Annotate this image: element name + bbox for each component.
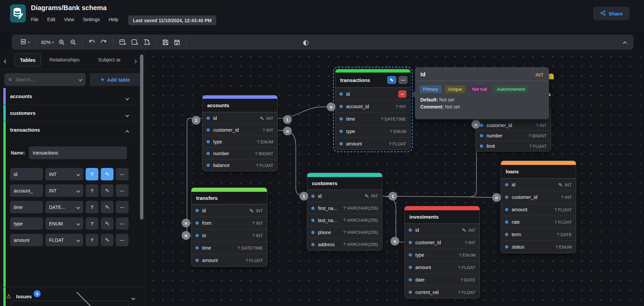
relationship-line[interactable] <box>278 130 307 196</box>
field-type-dropdown[interactable]: INT <box>45 184 83 197</box>
table-field-row[interactable]: amount? FLOAT <box>335 137 410 150</box>
table-title-row[interactable]: transfers <box>191 192 267 204</box>
table-field-row[interactable]: to? INT <box>191 229 267 242</box>
menu-settings[interactable]: Settings <box>83 17 100 22</box>
primary-key-button[interactable] <box>101 184 113 197</box>
table-field-row[interactable]: last_na...? VARCHAR(255) <box>307 214 382 226</box>
chevron-up-icon[interactable] <box>126 129 129 135</box>
tabs-scroll-right-button[interactable] <box>134 58 136 64</box>
table-field-row[interactable]: first_na...? VARCHAR(255) <box>307 202 382 214</box>
table-field-row[interactable]: customer_id? INT <box>501 191 576 203</box>
table-more-options-button[interactable]: ⋯ <box>399 76 408 84</box>
redo-button[interactable] <box>98 38 109 47</box>
diagram-canvas[interactable]: id INT customer_id? INT number? BIGINT l… <box>146 50 644 306</box>
field-name-input[interactable]: account_ <box>10 184 43 197</box>
primary-key-button[interactable] <box>101 234 113 246</box>
field-type-dropdown[interactable]: FLOAT <box>45 234 83 246</box>
share-button[interactable]: Share <box>593 7 630 20</box>
table-field-row[interactable]: balance? FLOAT <box>202 159 277 171</box>
field-type-dropdown[interactable]: ENUM <box>45 217 83 230</box>
diagram-table-transfers[interactable]: transfers id INT from? INT to? INT time?… <box>191 187 267 267</box>
table-field-row[interactable]: rate? FLOAT <box>501 216 576 228</box>
search-box[interactable] <box>4 73 86 86</box>
add-table-button[interactable] <box>117 37 129 47</box>
add-subject-area-button[interactable] <box>129 37 141 47</box>
table-field-row[interactable]: id INT <box>405 224 479 236</box>
menu-edit[interactable]: Edit <box>47 17 55 22</box>
table-field-row[interactable]: type? ENUM <box>405 249 479 261</box>
search-input[interactable] <box>15 77 76 82</box>
field-more-options-button[interactable]: ⋯ <box>116 184 129 197</box>
save-button[interactable] <box>160 38 171 47</box>
table-list-item[interactable]: accounts <box>0 88 139 105</box>
table-field-row[interactable]: customer_id? INT <box>405 236 479 249</box>
table-field-row[interactable]: type? ENUM <box>335 125 410 137</box>
zoom-in-button[interactable] <box>56 38 67 47</box>
table-field-row[interactable]: id− <box>335 88 410 100</box>
table-list-item[interactable]: customers <box>0 105 139 122</box>
diagram-table-accounts[interactable]: accounts id INT customer_id? INT type? E… <box>202 95 278 171</box>
edit-table-button[interactable]: ✎ <box>387 76 396 84</box>
field-name-input[interactable]: amount <box>10 234 43 246</box>
field-more-options-button[interactable]: ⋯ <box>116 201 129 213</box>
table-field-row[interactable]: amount? FLOAT <box>405 261 479 273</box>
nullable-toggle-button[interactable]: ? <box>86 234 98 246</box>
field-type-dropdown[interactable]: DATE... <box>45 201 83 213</box>
issues-footer[interactable]: ⚠ Issues 0 <box>0 287 145 306</box>
zoom-level-dropdown[interactable]: 82% ▾ <box>39 38 56 46</box>
undo-button[interactable] <box>86 38 98 47</box>
table-title-row[interactable]: transactions✎ ⋯ <box>335 73 410 88</box>
tab-subject-areas[interactable]: Subject ar <box>98 57 129 62</box>
tab-tables[interactable]: Tables <box>14 53 41 67</box>
field-type-dropdown[interactable]: INT <box>45 168 83 180</box>
field-more-options-button[interactable]: ⋯ <box>116 217 129 230</box>
table-field-row[interactable]: number? BIGINT <box>202 147 277 159</box>
field-more-options-button[interactable]: ⋯ <box>116 234 129 246</box>
diagram-table-investments[interactable]: investments id INT customer_id? INT type… <box>404 206 480 299</box>
table-field-row[interactable]: date? DATE <box>405 273 479 286</box>
menu-file[interactable]: File <box>31 17 39 22</box>
table-field-row[interactable]: number? BIGINT <box>476 130 551 141</box>
table-field-row[interactable]: address? VARCHAR(255) <box>307 238 382 250</box>
diagram-table-customers[interactable]: customers id INT first_na...? VARCHAR(25… <box>307 173 382 251</box>
table-field-row[interactable]: id INT <box>202 112 277 124</box>
table-field-row[interactable]: type? ENUM <box>202 136 277 147</box>
table-field-row[interactable]: id INT <box>191 204 267 217</box>
table-field-row[interactable]: customer_id? INT <box>476 120 551 130</box>
theme-toggle-button[interactable]: ◐ <box>301 37 311 48</box>
add-table-button-sidebar[interactable]: + Add table <box>90 73 141 86</box>
delete-field-button[interactable]: − <box>398 90 406 98</box>
diagram-table-loans[interactable]: loans id INT customer_id? INT amount? FL… <box>501 161 576 253</box>
table-field-row[interactable]: id INT <box>501 178 576 191</box>
table-list-item[interactable]: transactions <box>0 122 139 138</box>
table-field-row[interactable]: customer_id? INT <box>202 124 277 136</box>
field-more-options-button[interactable]: ⋯ <box>116 168 129 180</box>
table-field-row[interactable]: phone? VARCHAR(255) <box>307 226 382 238</box>
relationship-line[interactable] <box>382 196 405 242</box>
relationship-line[interactable] <box>382 196 501 198</box>
field-name-input[interactable]: type <box>10 217 43 230</box>
zoom-out-button[interactable] <box>67 38 79 47</box>
table-name-input[interactable] <box>29 146 127 159</box>
table-field-row[interactable]: amount? FLOAT <box>191 254 267 266</box>
chevron-down-icon[interactable] <box>79 78 82 81</box>
table-field-row[interactable]: account_id? INT <box>335 100 410 113</box>
nullable-toggle-button[interactable]: ? <box>86 201 98 213</box>
table-field-row[interactable]: id INT <box>307 190 382 202</box>
diagram-table-transactions[interactable]: transactions✎ ⋯ id− account_id? INT time… <box>335 69 411 150</box>
chevron-down-icon[interactable] <box>126 95 129 101</box>
nullable-toggle-button[interactable]: ? <box>86 217 98 230</box>
nullable-toggle-button[interactable]: ? <box>86 168 98 180</box>
table-field-row[interactable]: amount? FLOAT <box>501 203 576 216</box>
field-name-input[interactable]: time <box>10 201 43 213</box>
todo-calendar-button[interactable] <box>171 38 183 47</box>
tabs-scroll-left-button[interactable] <box>4 58 7 64</box>
table-field-row[interactable]: time? DATETIME <box>335 113 410 125</box>
table-field-row[interactable]: from? INT <box>191 217 267 229</box>
table-field-row[interactable]: term? DATE <box>501 228 576 241</box>
toolbar-collapse-button[interactable] <box>624 40 626 46</box>
table-title-row[interactable]: investments <box>405 210 479 224</box>
primary-key-button[interactable] <box>101 217 113 230</box>
nullable-toggle-button[interactable]: ? <box>86 184 98 197</box>
field-name-input[interactable]: id <box>10 168 43 180</box>
